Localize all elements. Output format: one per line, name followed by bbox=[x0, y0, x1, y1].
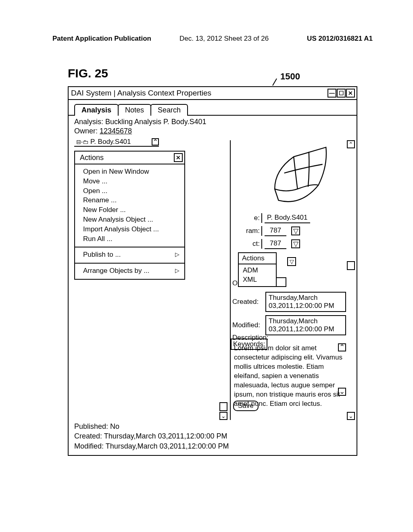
menu-open-new-window[interactable]: Open in New Window bbox=[83, 167, 179, 177]
minimize-icon: — bbox=[329, 90, 335, 96]
maximize-button[interactable]: ☐ bbox=[337, 89, 346, 98]
menu-rename[interactable]: Rename ... bbox=[83, 195, 179, 205]
owner-label: Owner: bbox=[74, 127, 100, 135]
field-project: ct: 787 ▽ bbox=[231, 239, 346, 249]
scroll-thumb[interactable] bbox=[219, 402, 227, 411]
chevron-up-icon: ⌃ bbox=[348, 141, 353, 148]
right-scroll-up-button[interactable]: ⌃ bbox=[347, 140, 355, 148]
field-program-label: ram: bbox=[231, 226, 262, 236]
left-scroll-down-button[interactable]: ⌄ bbox=[219, 412, 227, 420]
field-project-select[interactable]: 787 ▽ bbox=[265, 239, 300, 249]
created-label: Created: bbox=[231, 297, 265, 307]
body-area: ⊟-🗀 P. Body.S401 ⌃ ⌄ Actions ✕ Open in N… bbox=[69, 138, 357, 420]
close-icon: ✕ bbox=[176, 154, 181, 161]
tree-item-label: P. Body.S401 bbox=[90, 138, 131, 146]
tree-expand-icon: ⊟-🗀 bbox=[74, 139, 90, 145]
application-window: DAI System | Analysis Context Properties… bbox=[68, 86, 357, 456]
window-titlebar: DAI System | Analysis Context Properties… bbox=[69, 87, 357, 100]
right-scroll-thumb[interactable] bbox=[347, 261, 355, 270]
truncated-label-o: O bbox=[232, 279, 238, 287]
submenu-arrow-icon: ▷ bbox=[175, 251, 179, 259]
minimize-button[interactable]: — bbox=[327, 89, 336, 98]
actions-submenu: Actions ADM XML bbox=[238, 252, 277, 287]
menu-open[interactable]: Open ... bbox=[83, 186, 179, 196]
doc-header-center: Dec. 13, 2012 Sheet 23 of 26 bbox=[179, 35, 269, 43]
doc-header-right: US 2012/0316821 A1 bbox=[307, 35, 373, 43]
menu-label: Arrange Objects by ... bbox=[83, 266, 149, 276]
dropdown-arrow-icon: ▽ bbox=[290, 258, 294, 265]
footer-modified: Modified: Thursday,March 03,2011,12:00:0… bbox=[74, 441, 351, 451]
details-panel: e: P. Body.S401 ram: 787 ▽ ct: 787 bbox=[230, 140, 355, 420]
actions-menu-title: Actions bbox=[80, 154, 104, 162]
menu-import-analysis-object[interactable]: Import Analysis Object ... bbox=[83, 224, 179, 234]
owner-link[interactable]: 12345678 bbox=[100, 127, 132, 135]
footer-published: Published: No bbox=[74, 422, 351, 431]
modified-row: Modified: Thursday,March 03,2011,12:00:0… bbox=[231, 315, 346, 335]
menu-label: Publish to ... bbox=[83, 250, 121, 260]
tab-bar: Analysis Notes Search bbox=[74, 104, 357, 115]
field-name: e: P. Body.S401 bbox=[231, 213, 346, 223]
description-label: Description: bbox=[232, 334, 269, 342]
analysis-info: Analysis: Buckling Analysis P. Body.S401… bbox=[69, 116, 357, 138]
save-button[interactable]: Save bbox=[233, 401, 259, 411]
footer-info: Published: No Created: Thursday,March 03… bbox=[69, 420, 357, 455]
actions-menu-group-2: Publish to ... ▷ bbox=[75, 247, 184, 263]
owner-line: Owner: 12345678 bbox=[74, 127, 351, 136]
right-panel-scrollbar[interactable]: ⌃ ⌄ bbox=[347, 140, 355, 420]
page: Patent Application Publication Dec. 13, … bbox=[0, 0, 413, 532]
window-controls: — ☐ ✕ bbox=[327, 89, 355, 98]
tree-root-item[interactable]: ⊟-🗀 P. Body.S401 ⌃ bbox=[74, 138, 159, 147]
figure-label: FIG. 25 bbox=[68, 66, 108, 80]
actions-menu-group-1: Open in New Window Move ... Open ... Ren… bbox=[75, 164, 184, 247]
footer-created: Created: Thursday,March 03,2011,12:00:00… bbox=[74, 431, 351, 441]
menu-publish-to[interactable]: Publish to ... ▷ bbox=[83, 250, 179, 260]
left-scrollbar[interactable]: ⌄ bbox=[219, 401, 227, 420]
document-header: Patent Application Publication Dec. 13, … bbox=[52, 35, 373, 43]
description-text: Lorem ipsum dolor sit amet consectetur a… bbox=[234, 344, 342, 407]
field-program-value: 787 bbox=[265, 226, 286, 236]
menu-run-all[interactable]: Run All ... bbox=[83, 234, 179, 244]
field-program-select[interactable]: 787 ▽ bbox=[265, 226, 300, 236]
menu-new-folder[interactable]: New Folder ... bbox=[83, 205, 179, 215]
field-name-input[interactable]: P. Body.S401 bbox=[265, 213, 310, 223]
window-title: DAI System | Analysis Context Properties bbox=[71, 89, 211, 98]
panel-illustration-svg bbox=[263, 143, 340, 208]
dropdown-arrow-icon: ▽ bbox=[291, 239, 300, 248]
actions-submenu-adm[interactable]: ADM bbox=[243, 266, 272, 275]
panel-thumbnail bbox=[263, 143, 340, 208]
field-project-value: 787 bbox=[265, 239, 286, 249]
callout-number: 1500 bbox=[280, 71, 300, 82]
chevron-down-icon: ⌄ bbox=[348, 413, 353, 419]
close-button[interactable]: ✕ bbox=[346, 89, 355, 98]
field-project-label: ct: bbox=[231, 239, 262, 249]
actions-menu-close-button[interactable]: ✕ bbox=[174, 153, 183, 162]
created-row: Created: Thursday,March 03,2011,12:00:00… bbox=[231, 292, 346, 312]
created-value: Thursday,March 03,2011,12:00:00 PM bbox=[265, 292, 346, 312]
field-program: ram: 787 ▽ bbox=[231, 226, 346, 236]
doc-header-left: Patent Application Publication bbox=[52, 35, 151, 43]
modified-label: Modified: bbox=[231, 320, 265, 330]
actions-submenu-body: ADM XML bbox=[239, 264, 276, 286]
fields-area: e: P. Body.S401 ram: 787 ▽ ct: 787 bbox=[231, 213, 346, 251]
actions-context-menu: Actions ✕ Open in New Window Move ... Op… bbox=[74, 151, 185, 280]
chevron-up-icon: ⌃ bbox=[339, 343, 345, 352]
chevron-down-icon: ⌄ bbox=[339, 387, 345, 397]
tab-notes[interactable]: Notes bbox=[118, 104, 151, 116]
menu-move[interactable]: Move ... bbox=[83, 177, 179, 186]
tab-search[interactable]: Search bbox=[150, 104, 188, 116]
tab-analysis[interactable]: Analysis bbox=[74, 104, 119, 116]
desc-scroll-up-button[interactable]: ⌃ bbox=[338, 343, 346, 351]
dropdown-arrow-icon: ▽ bbox=[291, 227, 300, 235]
analysis-title-line: Analysis: Buckling Analysis P. Body.S401 bbox=[74, 117, 351, 127]
menu-arrange-objects[interactable]: Arrange Objects by ... ▷ bbox=[83, 266, 179, 276]
description-textarea[interactable]: Lorem ipsum dolor sit amet consectetur a… bbox=[232, 343, 346, 396]
chevron-down-icon: ⌄ bbox=[221, 413, 226, 419]
desc-scroll-down-button[interactable]: ⌄ bbox=[338, 388, 346, 396]
close-icon: ✕ bbox=[348, 90, 353, 96]
right-scroll-down-button[interactable]: ⌄ bbox=[347, 412, 355, 420]
description-scrollbar[interactable]: ⌃ ⌄ bbox=[338, 343, 346, 396]
tree-scroll-up-button[interactable]: ⌃ bbox=[152, 138, 159, 145]
actions-submenu-xml[interactable]: XML bbox=[243, 275, 272, 285]
extra-dropdown-button[interactable]: ▽ bbox=[287, 257, 296, 266]
menu-new-analysis-object[interactable]: New Analysis Object ... bbox=[83, 215, 179, 224]
